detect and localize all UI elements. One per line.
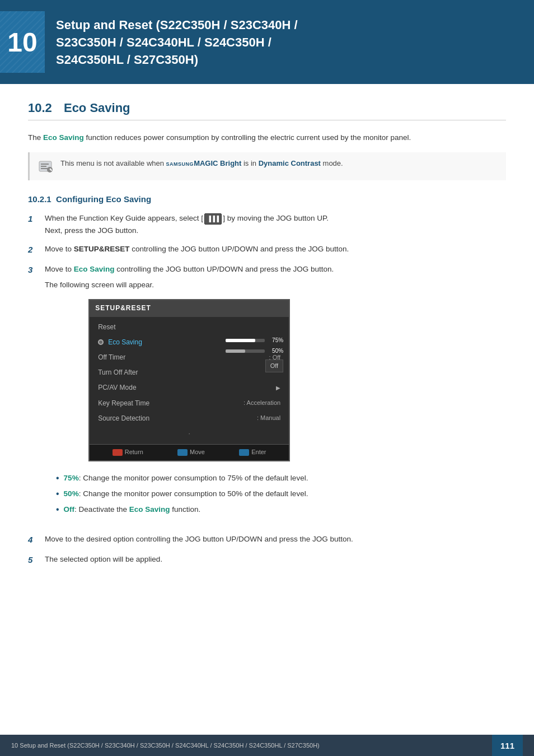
step-1: 1 When the Function Key Guide appears, s… [28, 212, 506, 237]
subsection-heading: 10.2.1 Configuring Eco Saving [28, 194, 506, 204]
osd-title: SETUP&RESET [90, 300, 289, 316]
header-banner: 10 Setup and Reset (S22C350H / S23C340H … [0, 0, 534, 84]
page-footer: 10 Setup and Reset (S22C350H / S23C340H … [0, 735, 534, 756]
note-icon: ✎ [38, 159, 54, 175]
osd-item-dots: · [90, 426, 289, 441]
chapter-number: 10 [0, 11, 45, 73]
osd-enter: Enter [239, 447, 266, 458]
step-2-content: Move to SETUP&RESET controlling the JOG … [45, 243, 506, 256]
step-3: 3 Move to Eco Saving controlling the JOG… [28, 263, 506, 526]
header-title: Setup and Reset (S22C350H / S23C340H / S… [45, 17, 298, 68]
section-intro: The Eco Saving function reduces power co… [28, 132, 506, 144]
osd-item-keyrepeat: Key Repeat Time : Acceleration [90, 396, 289, 411]
svg-rect-3 [41, 168, 48, 169]
step-3-content: Move to Eco Saving controlling the JOG b… [45, 263, 334, 526]
osd-item-offtimer: Off Timer : Off [90, 350, 289, 365]
step-4: 4 Move to the desired option controlling… [28, 533, 506, 547]
osd-screen: SETUP&RESET Reset Eco Saving [88, 299, 290, 461]
step-4-content: Move to the desired option controlling t… [45, 533, 506, 547]
step-2: 2 Move to SETUP&RESET controlling the JO… [28, 243, 506, 256]
section-heading: 10.2 Eco Saving [28, 101, 506, 120]
svg-rect-2 [41, 166, 46, 167]
osd-item-pcavmode: PC/AV Mode ▶ [90, 380, 289, 395]
options-list: • 75%: Change the monitor power consumpt… [56, 473, 334, 516]
svg-text:✎: ✎ [49, 168, 53, 172]
osd-move: Move [177, 447, 205, 458]
osd-item-turnoffafter: Turn Off After [90, 365, 289, 380]
option-75: • 75%: Change the monitor power consumpt… [56, 473, 334, 484]
page-number: 111 [492, 735, 523, 756]
note-text: This menu is not available when SAMSUNGM… [60, 158, 343, 169]
step-1-content: When the Function Key Guide appears, sel… [45, 212, 506, 237]
steps-list: 1 When the Function Key Guide appears, s… [28, 212, 506, 567]
note-box: ✎ This menu is not available when SAMSUN… [28, 152, 506, 180]
footer-text: 10 Setup and Reset (S22C350H / S23C340H … [11, 742, 320, 749]
svg-rect-1 [41, 164, 49, 165]
option-off: • Off: Deactivate the Eco Saving functio… [56, 504, 334, 515]
osd-return: Return [113, 447, 143, 458]
osd-menu-items: Reset Eco Saving 75% [90, 317, 289, 445]
osd-item-ecosaving: Eco Saving 75% 50% [90, 335, 289, 350]
option-50: • 50%: Change the monitor power consumpt… [56, 488, 334, 500]
osd-bottom-bar: Return Move Enter [90, 444, 289, 460]
osd-container: SETUP&RESET Reset Eco Saving [45, 299, 334, 461]
osd-item-sourcedetect: Source Detection : Manual [90, 411, 289, 426]
step-5: 5 The selected option will be applied. [28, 553, 506, 567]
osd-item-reset: Reset [90, 320, 289, 335]
step-5-content: The selected option will be applied. [45, 553, 506, 567]
main-content: 10.2 Eco Saving The Eco Saving function … [0, 84, 534, 620]
